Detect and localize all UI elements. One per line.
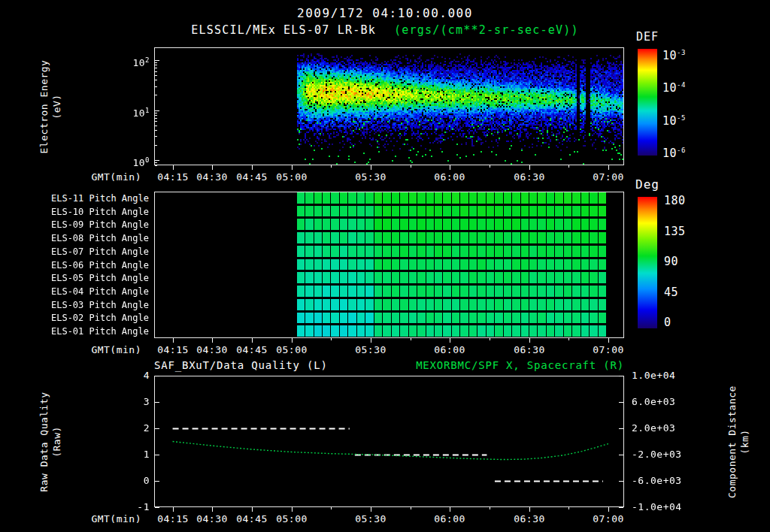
x-tick-pitch (608, 338, 609, 343)
x-tick-pitch (568, 338, 569, 340)
x-tick-label-pitch: 04:45 (234, 343, 270, 357)
x-axis-title-spec: GMT(min) (74, 171, 141, 184)
x-tick-qual (411, 507, 411, 509)
spec-y-minor-tick (155, 125, 157, 126)
pitch-row-label: ELS-07 Pitch Angle (0, 246, 149, 258)
spec-y-minor-tick (155, 62, 157, 63)
pitch-row-label: ELS-08 Pitch Angle (0, 232, 149, 244)
plot-title-timestamp: 2009/172 04:10:00.000 (0, 6, 770, 20)
distance-y-tick-label: 1.0e+04 (632, 369, 692, 382)
quality-y-tick (155, 455, 159, 455)
pitch-row-label: ELS-11 Pitch Angle (0, 192, 149, 204)
def-colorbar-title: DEF (625, 30, 670, 44)
spectrogram-y-axis-title-line2: (eV) (50, 24, 63, 189)
x-tick-pitch (411, 338, 411, 340)
spec-y-minor-tick (155, 118, 157, 119)
x-tick-label-spec: 06:30 (511, 171, 547, 184)
distance-y-axis-title-line1: Component Distance (726, 359, 738, 524)
x-tick-label-qual: 05:00 (274, 512, 310, 526)
x-tick-label-spec: 04:30 (194, 171, 230, 184)
x-tick-spec (212, 165, 213, 170)
quality-y-tick (155, 376, 159, 376)
quality-y-tick-label: 2 (120, 422, 150, 435)
subtitle-units: (ergs/(cm**2-sr-sec-eV)) (394, 23, 579, 37)
x-tick-pitch (292, 338, 293, 343)
x-tick-label-qual: 04:30 (194, 512, 230, 526)
x-tick-qual (252, 507, 253, 512)
pitch-row-label: ELS-06 Pitch Angle (0, 259, 149, 271)
distance-y-tick (619, 376, 623, 376)
x-tick-qual (608, 507, 609, 512)
x-tick-label-qual: 04:45 (234, 512, 270, 526)
spec-y-tick-label: 101 (115, 104, 150, 120)
x-tick-label-pitch: 06:00 (432, 343, 468, 357)
x-tick-qual (292, 507, 293, 512)
deg-colorbar-tick-label: 90 (664, 255, 702, 268)
x-tick-pitch (450, 338, 450, 343)
deg-colorbar-tick-label: 135 (664, 225, 702, 238)
quality-y-tick (155, 507, 159, 508)
x-tick-pitch (529, 338, 530, 343)
x-tick-label-pitch: 04:15 (155, 343, 191, 357)
spec-y-minor-tick (155, 95, 157, 95)
plot-stage: 2009/172 04:10:00.000 ELSSCIL/MEx ELS-07… (0, 0, 770, 532)
pitch-row-label: ELS-10 Pitch Angle (0, 206, 149, 218)
bottom-panel-titles: SAF_BXuT/Data Quality (L) MEXORBMC/SPF X… (154, 359, 624, 371)
distance-y-tick-label: -6.0e+03 (632, 474, 692, 488)
quality-y-tick-label: 4 (120, 369, 150, 382)
deg-colorbar-tick-label: 180 (664, 194, 702, 207)
pitch-frame (154, 192, 624, 338)
pitch-row-label: ELS-05 Pitch Angle (0, 272, 149, 284)
def-colorbar-tick-label: 10-6 (662, 144, 708, 160)
x-tick-label-qual: 06:00 (432, 512, 468, 526)
x-tick-spec (173, 165, 174, 170)
spec-y-minor-tick (155, 121, 157, 122)
x-tick-label-qual: 05:30 (353, 512, 389, 526)
def-colorbar-tick-label: 10-4 (662, 78, 708, 95)
x-axis-title-qual: GMT(min) (74, 512, 141, 526)
x-tick-spec (371, 165, 371, 170)
spec-y-tick (155, 110, 159, 111)
quality-y-tick (155, 481, 159, 482)
x-tick-pitch (252, 338, 253, 343)
x-tick-label-pitch: 05:30 (353, 343, 389, 357)
x-tick-spec (608, 165, 609, 170)
pitch-row-label: ELS-03 Pitch Angle (0, 299, 149, 311)
deg-colorbar-tick-label: 45 (664, 286, 702, 299)
pitch-row-label: ELS-04 Pitch Angle (0, 286, 149, 298)
pitch-row-label: ELS-09 Pitch Angle (0, 219, 149, 231)
x-tick-label-spec: 06:00 (432, 171, 468, 184)
pitch-row-label: ELS-02 Pitch Angle (0, 312, 149, 324)
def-colorbar-tick-label: 10-3 (662, 46, 708, 62)
x-tick-pitch (331, 338, 332, 340)
x-tick-qual (212, 507, 213, 512)
x-tick-label-qual: 06:30 (511, 512, 547, 526)
subtitle-instrument: ELSSCIL/MEx ELS-07 LR-Bk (191, 23, 376, 37)
x-tick-spec (411, 165, 411, 168)
spec-y-minor-tick (155, 80, 157, 80)
x-tick-label-spec: 05:30 (353, 171, 389, 184)
x-tick-pitch (212, 338, 213, 343)
distance-y-tick (619, 481, 623, 482)
quality-y-axis-title-line2: (Raw) (50, 359, 63, 524)
x-tick-label-spec: 07:00 (590, 171, 626, 184)
x-tick-spec (490, 165, 490, 168)
distance-y-axis-title-line2: (km) (738, 359, 751, 524)
spec-y-minor-tick (155, 113, 157, 113)
x-tick-qual (568, 507, 569, 509)
x-tick-label-spec: 04:45 (234, 171, 270, 184)
spec-y-minor-tick (155, 165, 157, 166)
quality-title-left: SAF_BXuT/Data Quality (L) (154, 359, 328, 371)
spec-y-minor-tick (155, 115, 157, 116)
spectrogram-frame (154, 47, 624, 165)
spec-y-tick-label: 102 (115, 53, 150, 70)
x-tick-label-pitch: 06:30 (511, 343, 547, 357)
x-tick-spec (252, 165, 253, 170)
distance-y-tick-label: -1.0e+04 (632, 500, 692, 514)
deg-colorbar (638, 197, 657, 328)
quality-y-tick-label: 1 (120, 448, 150, 461)
quality-y-tick (155, 428, 159, 429)
deg-colorbar-title: Deg (625, 177, 670, 192)
x-tick-label-qual: 07:00 (590, 512, 626, 526)
x-axis-title-pitch: GMT(min) (74, 343, 141, 357)
